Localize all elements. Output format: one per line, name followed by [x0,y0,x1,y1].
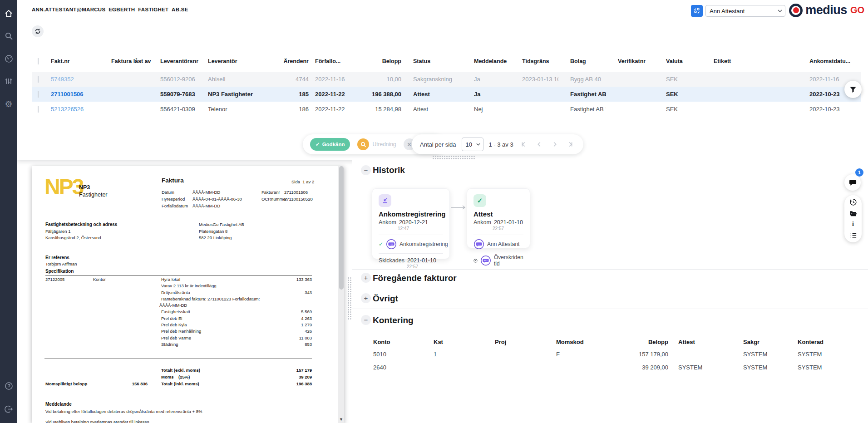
col-leverantor[interactable]: Leverantör [208,58,271,64]
sidebar-item-logout[interactable] [0,403,17,415]
logo-text-medius: medius [805,3,847,17]
row-checkbox[interactable] [38,106,39,113]
col-faktnr[interactable]: Fakt.nr [51,58,111,64]
invoice-link[interactable]: 2711001506 [51,91,111,98]
message-line: Vid betalning efter förfallodagen debite… [45,409,202,414]
select-all-checkbox[interactable] [38,58,39,64]
sidebar: ⚙ [0,0,17,423]
col-arendenr[interactable]: Ärendenr [271,58,309,64]
kontering-row[interactable]: 2640 39 209,00 SYSTEM SYSTEM SYSTEM [373,361,859,374]
sliders-icon [5,77,13,85]
sidebar-item-filters[interactable] [0,75,17,87]
section-divider [352,288,868,288]
kontering-header-row: Konto Kst Proj Momskod Belopp Attest Sak… [373,336,859,348]
col-tidsgrans[interactable]: Tidsgräns [510,58,558,64]
history-comment-row: ✓ Ankomstregistrering [379,239,443,250]
specification-heading: Specifikation [45,269,312,275]
expand-previous-invoices-button[interactable]: + [361,273,371,283]
kontering-title: Kontering [373,315,414,325]
investigate-button[interactable]: Utredning [357,138,396,150]
vertical-splitter-handle[interactable] [347,277,352,320]
table-row[interactable]: 5749352 556012-9206 Ahlsell 4744 2022-11… [32,72,861,87]
topbar: ANN.ATTESTANT@MARCUS_EGBERTH_FASTIGHET_A… [17,0,868,22]
col-forfallodatum[interactable]: Förfallo...↑ [309,58,359,65]
user-email: ANN.ATTESTANT@MARCUS_EGBERTH_FASTIGHET_A… [32,7,188,12]
switch-user-button[interactable] [691,5,703,17]
mediusgo-logo: medius GO [789,3,864,17]
table-row-selected[interactable]: 2711001506 559079-7683 NP3 Fastigheter 1… [32,87,861,102]
chat-bubble-icon [849,179,857,187]
col-faktura-last-av[interactable]: Faktura låst av [111,58,160,64]
history-card-title: Ankomstregistrering [379,210,443,218]
col-status[interactable]: Status [401,58,462,64]
magnifier-icon [357,138,369,150]
expand-other-button[interactable]: + [361,293,371,303]
history-overdue-row: Överskriden tid [473,254,523,267]
reference-label: Er referens [45,255,69,260]
row-checkbox[interactable] [38,76,39,83]
invoice-preview-panel: NP3 NP3Fastigheter Faktura Sida 1 av 2 D… [32,166,344,423]
check-icon: ✓ [379,241,383,247]
col-meddelande[interactable]: Meddelande [462,58,510,64]
per-page-select[interactable]: 10 [462,138,483,151]
history-clock-button[interactable] [849,198,857,206]
scroll-down-arrow[interactable]: ▼ [339,417,343,422]
invoice-meta: DatumÅÅÅÅ-MM-DDFakturanr2711001506 Hyres… [162,189,313,209]
document-scrollbar[interactable]: ▼ [338,166,344,423]
comments-button[interactable] [844,174,861,191]
col-etikett[interactable]: Etikett [702,58,798,64]
info-icon: i [852,221,854,228]
first-page-button[interactable] [519,140,529,148]
side-tools: i [844,195,862,242]
scrollbar-thumb[interactable] [339,166,344,290]
col-leverantorsnr[interactable]: Leverantörsnr [160,58,208,64]
table-row[interactable]: 5213226526 556421-0309 Telenor 186 2022-… [32,102,861,117]
flow-arrow-icon [451,205,466,210]
history-assignee-row: Ann Attestant [473,239,523,250]
refresh-button[interactable] [32,25,44,37]
specification-table: 27122005KontorHyra lokal133 363 Varav 2 … [45,276,312,348]
comment-bubble-icon [480,255,491,266]
arrival-import-icon [379,194,391,207]
attest-check-icon: ✓ [473,194,486,207]
invoice-link[interactable]: 5749352 [51,76,111,83]
invoice-title: Faktura [162,177,184,184]
details-list-button[interactable] [849,231,857,239]
col-verifikatnr[interactable]: Verifikatnr [606,58,654,64]
other-title: Övrigt [373,294,398,304]
collapse-historik-button[interactable]: − [361,165,371,175]
previous-invoices-title: Föregående fakturor [373,273,457,283]
comment-bubble-icon [473,239,484,250]
col-valuta[interactable]: Valuta [654,58,702,64]
filter-funnel-icon [849,86,857,93]
col-bolag[interactable]: Bolag [558,58,606,64]
collapse-kontering-button[interactable]: − [361,315,371,325]
last-page-button[interactable] [565,140,575,148]
next-page-button[interactable] [550,140,560,148]
sidebar-item-help[interactable] [0,380,17,392]
invoice-page-number: Sida 1 av 2 [291,179,314,184]
info-button[interactable]: i [852,221,854,228]
detail-panel: − Historik Ankomstregistrering Ankom2020… [352,160,868,423]
col-ankomstdatum[interactable]: Ankomstdatu... [798,58,860,64]
horizontal-splitter-handle[interactable] [432,155,476,160]
comments-count-badge: 1 [855,168,863,177]
clock-icon [473,258,478,263]
sidebar-item-settings[interactable]: ⚙ [0,98,17,110]
row-checkbox[interactable] [38,91,39,98]
home-icon [4,9,13,18]
previous-page-button[interactable] [534,140,544,148]
invoice-link[interactable]: 5213226526 [51,106,111,113]
attachments-button[interactable] [849,210,857,217]
reference-value: Torbjörn Arffman [45,261,77,266]
switch-user-icon [693,7,700,15]
filter-button[interactable] [844,81,862,98]
col-belopp[interactable]: Belopp [359,58,401,64]
sidebar-item-dashboard[interactable] [0,53,17,64]
sidebar-item-search[interactable] [0,30,17,42]
sidebar-item-home[interactable] [0,8,17,20]
logo-text-go: GO [850,5,864,15]
user-dropdown[interactable]: Ann Attestant [705,5,785,17]
kontering-row[interactable]: 5010 1 F 157 179,00 SYSTEM SYSTEM [373,348,859,361]
approve-button[interactable]: ✓ Godkänn [310,138,350,151]
